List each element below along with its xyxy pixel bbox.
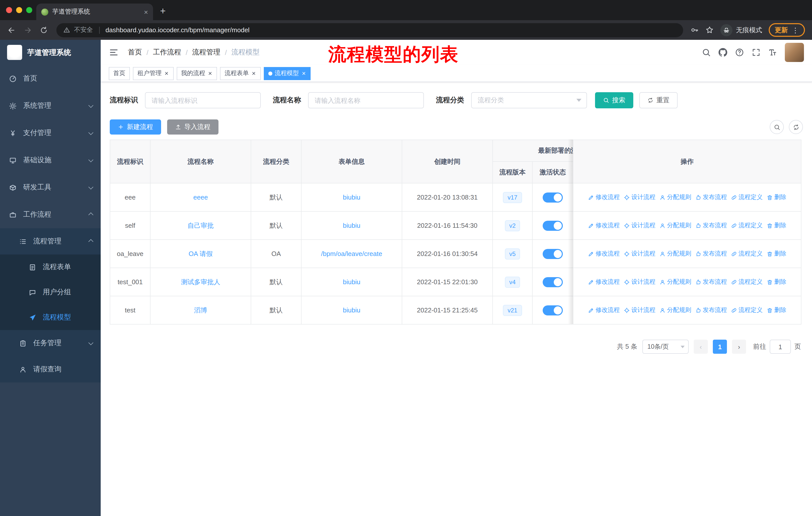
create-process-button[interactable]: 新建流程 [110,119,161,135]
sidebar-item-devtools[interactable]: 研发工具 [0,174,101,201]
design-process-link[interactable]: 设计流程 [624,278,656,286]
active-toggle[interactable] [543,305,563,315]
fullscreen-icon[interactable] [752,48,761,57]
bookmark-star-icon[interactable] [705,26,714,34]
goto-page-input[interactable] [770,340,791,354]
design-process-link[interactable]: 设计流程 [624,249,656,258]
edit-process-link[interactable]: 修改流程 [588,221,620,230]
tab-close-icon[interactable]: × [144,8,148,16]
close-icon[interactable]: × [251,70,256,77]
back-button[interactable] [4,22,19,37]
breadcrumb-item[interactable]: 首页 [128,48,142,57]
assign-rule-link[interactable]: 分配规则 [660,221,691,230]
minimize-window-button[interactable] [16,7,22,13]
delete-link[interactable]: 删除 [767,306,786,315]
app-logo[interactable]: 芋道管理系统 [0,40,101,65]
edit-process-link[interactable]: 修改流程 [588,249,620,258]
edit-process-link[interactable]: 修改流程 [588,193,620,201]
sidebar-item-leave-query[interactable]: 请假查询 [0,356,101,382]
publish-process-link[interactable]: 发布流程 [695,249,727,258]
process-name-link[interactable]: 测试多审批人 [181,278,220,286]
view-tab[interactable]: 流程表单× [220,67,261,80]
sidebar-item-user-group[interactable]: 用户分组 [0,280,101,305]
view-tab[interactable]: 租户管理× [133,67,173,80]
form-info-link[interactable]: biubiu [343,193,360,201]
process-definition-link[interactable]: 流程定义 [731,221,763,230]
edit-process-link[interactable]: 修改流程 [588,306,620,315]
process-name-input[interactable] [308,92,424,108]
view-tab[interactable]: 首页 [109,67,130,80]
assign-rule-link[interactable]: 分配规则 [660,306,691,315]
reset-button[interactable]: 重置 [639,92,677,108]
import-process-button[interactable]: 导入流程 [167,119,219,135]
close-icon[interactable]: × [164,70,169,77]
process-name-link[interactable]: eeee [193,193,208,201]
assign-rule-link[interactable]: 分配规则 [660,249,691,258]
assign-rule-link[interactable]: 分配规则 [660,193,691,201]
version-badge[interactable]: v4 [505,276,520,288]
search-icon[interactable] [702,48,711,57]
browser-tab[interactable]: 芋道管理系统 × [36,3,153,20]
delete-link[interactable]: 删除 [767,278,786,286]
zoom-window-button[interactable] [26,7,32,13]
process-name-link[interactable]: OA 请假 [188,250,212,257]
breadcrumb-item[interactable]: 流程管理 [192,48,221,57]
active-toggle[interactable] [543,277,563,287]
sidebar-item-process-management[interactable]: 流程管理 [0,228,101,254]
active-toggle[interactable] [543,220,563,230]
delete-link[interactable]: 删除 [767,249,786,258]
prev-page-button[interactable]: ‹ [694,340,708,354]
user-avatar[interactable] [785,43,804,62]
publish-process-link[interactable]: 发布流程 [695,193,727,201]
view-tab[interactable]: 我的流程× [176,67,217,80]
key-icon[interactable] [690,26,699,34]
sidebar-item-home[interactable]: 首页 [0,65,101,92]
publish-process-link[interactable]: 发布流程 [695,278,727,286]
publish-process-link[interactable]: 发布流程 [695,221,727,230]
browser-menu-icon[interactable]: ⋮ [792,26,799,34]
sidebar-item-task-management[interactable]: 任务管理 [0,330,101,356]
sidebar-item-payment[interactable]: 支付管理 [0,119,101,147]
delete-link[interactable]: 删除 [767,221,786,230]
page-number-button[interactable]: 1 [713,340,727,354]
font-size-icon[interactable] [768,48,777,57]
close-window-button[interactable] [6,7,12,13]
reload-button[interactable] [36,22,51,37]
process-definition-link[interactable]: 流程定义 [731,249,763,258]
close-icon[interactable]: × [208,70,212,77]
breadcrumb-item[interactable]: 工作流程 [153,48,181,57]
process-definition-link[interactable]: 流程定义 [731,193,763,201]
sidebar-item-workflow[interactable]: 工作流程 [0,201,101,228]
version-badge[interactable]: v21 [503,305,522,316]
browser-update-button[interactable]: 更新 ⋮ [769,23,805,37]
process-name-link[interactable]: 自己审批 [187,221,214,229]
view-tab[interactable]: 流程模型× [264,67,311,80]
hamburger-icon[interactable] [109,47,119,57]
help-icon[interactable] [735,48,744,57]
process-definition-link[interactable]: 流程定义 [731,278,763,286]
active-toggle[interactable] [543,192,563,202]
process-name-link[interactable]: 滔博 [194,306,207,314]
design-process-link[interactable]: 设计流程 [624,221,656,230]
delete-link[interactable]: 删除 [767,193,786,201]
close-icon[interactable]: × [301,70,306,77]
next-page-button[interactable]: › [732,340,746,354]
publish-process-link[interactable]: 发布流程 [695,306,727,315]
address-bar[interactable]: 不安全 dashboard.yudao.iocoder.cn/bpm/manag… [56,23,683,37]
form-info-link[interactable]: biubiu [343,306,360,314]
edit-process-link[interactable]: 修改流程 [588,278,620,286]
active-toggle[interactable] [543,249,563,259]
show-search-button[interactable] [770,120,784,134]
github-icon[interactable] [718,48,727,57]
form-info-link[interactable]: /bpm/oa/leave/create [321,250,382,257]
version-badge[interactable]: v17 [503,192,522,203]
design-process-link[interactable]: 设计流程 [624,193,656,201]
category-select[interactable]: 流程分类 [471,92,587,108]
sidebar-item-infrastructure[interactable]: 基础设施 [0,147,101,174]
process-definition-link[interactable]: 流程定义 [731,306,763,315]
sidebar-item-system[interactable]: 系统管理 [0,92,101,119]
refresh-table-button[interactable] [789,120,803,134]
design-process-link[interactable]: 设计流程 [624,306,656,315]
sidebar-item-process-model[interactable]: 流程模型 [0,305,101,330]
sidebar-item-process-form[interactable]: 流程表单 [0,254,101,280]
